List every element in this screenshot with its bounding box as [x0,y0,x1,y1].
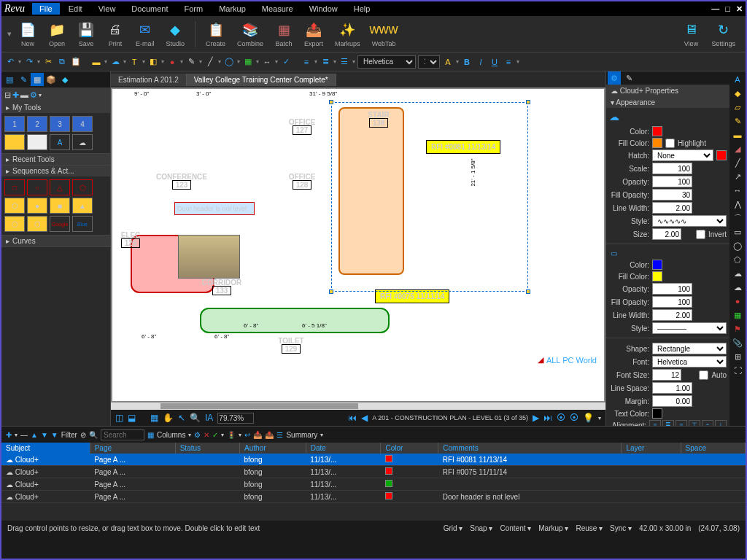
resize-handle[interactable] [329,289,333,294]
studio-button[interactable]: ◆Studio [162,20,190,49]
tab-thumbnails-icon[interactable]: ▦ [31,73,44,86]
ri-group-icon[interactable]: ⊞ [732,351,743,362]
e-mail-button[interactable]: ✉E-mail [131,20,159,49]
ri-stamp-icon[interactable]: ● [732,295,743,307]
text-sel-icon[interactable]: IA [205,413,213,423]
align-mid-btn[interactable]: ÷ [702,420,713,426]
tool-text-a[interactable]: A [50,134,70,150]
table-row[interactable]: ☁ Cloud+Page A ...bfong11/13/... [1,478,746,491]
copy-icon[interactable]: ⧉ [56,56,68,68]
scale-input[interactable] [652,163,692,174]
resize-handle[interactable] [329,100,333,104]
italic-icon[interactable]: I [475,56,487,68]
text-color-swatch[interactable] [652,408,662,419]
toolbar-dropdown-icon[interactable]: ▾ [7,29,12,39]
line-width-input[interactable] [652,202,692,214]
tool-blue-1[interactable]: 1 [4,116,25,132]
align-right-icon[interactable]: ☰ [338,56,350,68]
resize-handle[interactable] [526,100,530,104]
ri-line-icon[interactable]: ╱ [732,157,743,168]
summary-icon[interactable]: ☰ [276,431,283,439]
resize-handle[interactable] [526,289,530,294]
view-button[interactable]: 🖥View [678,20,704,49]
open-button[interactable]: 📁Open [44,20,70,49]
column-header[interactable]: Date [306,443,381,454]
seq-google[interactable]: Google [50,216,70,232]
opacity2-input[interactable] [652,283,692,295]
add-icon[interactable]: ✚ [12,90,19,100]
ri-polygon-icon[interactable]: ⬠ [732,254,743,265]
align-left-icon[interactable]: ≡ [301,56,312,68]
seq-y-tri[interactable]: ▲ [72,198,93,214]
seq-y-circ[interactable]: ● [27,198,47,214]
document-tab[interactable]: Estimation A 201.2 [111,74,187,86]
seq-square[interactable]: □ [4,179,25,195]
embedded-photo[interactable] [178,235,240,279]
status-content[interactable]: Content ▾ [500,524,531,532]
thumb-icon[interactable]: ▦ [150,413,158,423]
table-row[interactable]: ☁ Cloud+Page A ...bfong11/13/...Door hea… [1,491,746,503]
ri-arrow-icon[interactable]: ↗ [732,171,743,182]
tab-properties-icon[interactable]: ⚙ [608,71,621,85]
pen-icon[interactable]: ✎ [185,56,197,68]
seq-y-sq[interactable]: ■ [50,198,70,214]
section-appearance[interactable]: ▾ Appearance [606,97,729,108]
combine-button[interactable]: 📚Combine [233,20,268,49]
ri-image-icon[interactable]: ▦ [732,309,743,321]
section-curves[interactable]: ▸ Curves [1,236,110,246]
zoom-input[interactable] [217,413,254,424]
highlight-checkbox[interactable] [665,139,675,148]
column-header[interactable]: Layer [622,443,681,454]
traffic-icon[interactable]: 🚦 [227,431,236,439]
filter-label[interactable]: Filter [61,431,77,439]
section-recent-tools[interactable]: ▸ Recent Tools [1,154,110,165]
cloud-icon[interactable]: ☁ [109,56,121,68]
next-page-icon[interactable]: ▶ [533,413,539,423]
seq-pentagon[interactable]: ⬠ [72,179,93,195]
paste-icon[interactable]: 📋 [70,56,82,68]
invert-checkbox[interactable] [696,230,705,239]
margin-input[interactable] [652,395,692,407]
size-input[interactable] [652,228,681,240]
line-icon[interactable]: ╱ [204,56,216,68]
menu-window[interactable]: Window [302,3,345,15]
column-header[interactable]: Subject [1,443,90,454]
seq-circle[interactable]: ○ [27,179,47,195]
nav-fwd-icon[interactable]: ⦿ [570,413,578,423]
redo-icon[interactable]: ↷ [23,56,35,68]
remove-markup-icon[interactable]: — [20,431,28,439]
line-space-input[interactable] [652,382,692,394]
tab-toolchest-icon[interactable]: 📦 [44,73,58,86]
print-button[interactable]: 🖨Print [102,20,128,49]
font-color-icon[interactable]: A [442,56,454,68]
menu-measure[interactable]: Measure [255,3,301,15]
zoom-icon[interactable]: 🔍 [190,413,201,423]
fill-opacity-input[interactable] [652,189,692,201]
collapse-icon[interactable]: ⊟ [4,90,11,100]
fill-opacity2-input[interactable] [652,296,692,308]
tab-edit-icon[interactable]: ✎ [622,71,635,85]
ri-cloud2-icon[interactable]: ☁ [732,268,743,279]
tool-blue-2[interactable]: 2 [27,116,47,132]
split-icon[interactable]: ◫ [115,413,123,423]
menu-form[interactable]: Form [177,3,210,15]
column-header[interactable]: Author [240,443,306,454]
select-icon[interactable]: ↖ [178,413,185,423]
color2-swatch[interactable] [652,260,662,270]
ri-polyline-icon[interactable]: ⋀ [732,198,743,210]
document-tab[interactable]: Valley College Training Center Complete* [187,74,336,86]
ri-ellipse-icon[interactable]: ◯ [732,240,743,252]
nav-back-icon[interactable]: ⦿ [557,413,565,423]
table-row[interactable]: ☁ Cloud+Page A ...bfong11/13/...RFI #008… [1,454,746,466]
tool-cloud[interactable]: ☁ [72,134,93,150]
tab-bookmark-icon[interactable]: ✎ [17,73,30,86]
stamp-icon[interactable]: ● [166,56,178,68]
section-my-tools[interactable]: ▸ My Tools [1,102,110,113]
seq-y-pent[interactable]: ⬠ [4,216,25,232]
column-header[interactable]: Status [175,443,239,454]
align-right-btn[interactable]: ≡ [676,420,687,426]
shape-select[interactable]: Rectangle [652,343,727,354]
ri-callout-icon[interactable]: ▱ [732,101,743,113]
ri-pen-icon[interactable]: ✎ [732,115,743,127]
fill-color2-swatch[interactable] [652,271,662,281]
